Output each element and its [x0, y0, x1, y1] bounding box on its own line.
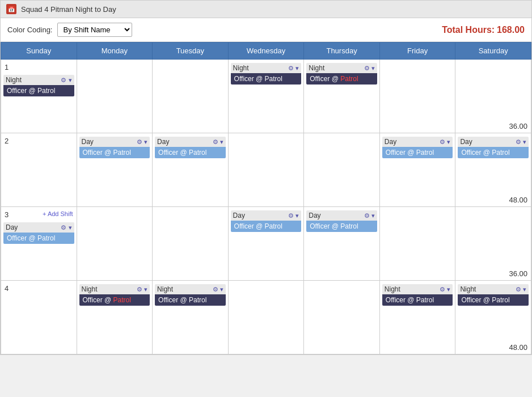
add-shift-button-week3[interactable]: + Add Shift [41, 209, 74, 218]
col-thursday: Thursday [304, 43, 380, 60]
calendar-icon: 📅 [6, 4, 16, 14]
toolbar: Color Coding: By Shift Name By Role By E… [1, 18, 531, 42]
total-hours-value: 168.00 [497, 25, 525, 35]
shift-card-week1-thursday: Night⚙ ▾Officer @ Patrol [306, 63, 377, 85]
shift-header-week2-monday: Day⚙ ▾ [79, 137, 150, 147]
shift-card-week4-monday: Night⚙ ▾Officer @ Patrol [79, 284, 150, 306]
shift-header-week4-tuesday: Night⚙ ▾ [155, 284, 226, 294]
shift-role-week4-monday: Officer @ Patrol [79, 294, 150, 306]
shift-gear-week4-friday[interactable]: ⚙ ▾ [440, 286, 450, 293]
shift-name-week4-saturday: Night [460, 285, 476, 293]
cell-week3-sunday: 3+ Add ShiftDay⚙ ▾Officer @ Patrol [1, 207, 77, 281]
week-row-2: 2Day⚙ ▾Officer @ PatrolDay⚙ ▾Officer @ P… [1, 133, 531, 207]
cell-week1-friday [379, 60, 455, 133]
shift-role-week2-tuesday: Officer @ Patrol [155, 147, 226, 158]
shift-card-week4-saturday: Night⚙ ▾Officer @ Patrol [458, 284, 529, 306]
cell-week4-saturday: Night⚙ ▾Officer @ Patrol48.00 [455, 281, 531, 354]
shift-gear-week2-tuesday[interactable]: ⚙ ▾ [213, 138, 223, 146]
shift-header-week4-friday: Night⚙ ▾ [382, 284, 453, 294]
shift-header-week2-tuesday: Day⚙ ▾ [155, 137, 226, 147]
shift-gear-week2-friday[interactable]: ⚙ ▾ [440, 138, 450, 146]
window-title: Squad 4 Pitman Night to Day [21, 5, 116, 14]
calendar-grid: Sunday Monday Tuesday Wednesday Thursday… [1, 42, 531, 354]
cell-week2-sunday: 2 [1, 133, 77, 207]
col-monday: Monday [77, 43, 153, 60]
week-hours-2: 48.00 [509, 196, 527, 204]
shift-role-week4-saturday: Officer @ Patrol [458, 294, 529, 306]
shift-gear-week1-wednesday[interactable]: ⚙ ▾ [288, 65, 299, 72]
shift-gear-week2-saturday[interactable]: ⚙ ▾ [516, 138, 526, 146]
cell-week2-saturday: Day⚙ ▾Officer @ Patrol48.00 [455, 133, 531, 207]
col-tuesday: Tuesday [153, 43, 229, 60]
shift-gear-week2-monday[interactable]: ⚙ ▾ [137, 138, 147, 146]
week-number-2: 2 [3, 136, 10, 147]
shift-role-week3-sunday: Officer @ Patrol [3, 233, 74, 244]
cell-week4-thursday [304, 281, 380, 354]
cell-week1-saturday: 36.00 [455, 60, 531, 133]
shift-role-week4-tuesday: Officer @ Patrol [155, 294, 226, 306]
shift-gear-week3-wednesday[interactable]: ⚙ ▾ [288, 212, 299, 219]
shift-card-week2-saturday: Day⚙ ▾Officer @ Patrol [458, 137, 529, 158]
cell-week1-tuesday [153, 60, 229, 133]
shift-header-week1-sunday: Night⚙ ▾ [3, 75, 74, 85]
shift-role-week4-friday: Officer @ Patrol [382, 294, 453, 306]
cell-week4-wednesday [228, 281, 304, 354]
shift-header-week3-thursday: Day⚙ ▾ [306, 210, 377, 221]
shift-gear-week1-thursday[interactable]: ⚙ ▾ [364, 65, 375, 72]
col-friday: Friday [379, 43, 455, 60]
cell-week2-wednesday [228, 133, 304, 207]
cell-week3-tuesday [153, 207, 229, 281]
shift-header-week4-saturday: Night⚙ ▾ [458, 284, 529, 294]
cell-week4-friday: Night⚙ ▾Officer @ Patrol [379, 281, 455, 354]
color-coding-label: Color Coding: [7, 26, 53, 34]
cell-week4-tuesday: Night⚙ ▾Officer @ Patrol [153, 281, 229, 354]
shift-name-week3-sunday: Day [6, 223, 18, 231]
shift-gear-week4-monday[interactable]: ⚙ ▾ [137, 286, 147, 293]
shift-gear-week4-saturday[interactable]: ⚙ ▾ [516, 286, 526, 293]
shift-name-week4-monday: Night [82, 285, 98, 293]
shift-name-week4-tuesday: Night [157, 285, 173, 293]
cell-week3-friday [379, 207, 455, 281]
shift-role-week2-monday: Officer @ Patrol [79, 147, 150, 158]
shift-gear-week3-sunday[interactable]: ⚙ ▾ [61, 224, 71, 231]
week-number-1: 1 [3, 62, 10, 74]
shift-gear-week3-thursday[interactable]: ⚙ ▾ [364, 212, 375, 219]
shift-name-week1-thursday: Night [309, 64, 324, 72]
week-number-4: 4 [3, 283, 10, 295]
shift-header-week2-saturday: Day⚙ ▾ [458, 137, 529, 147]
shift-card-week1-wednesday: Night⚙ ▾Officer @ Patrol [231, 63, 302, 85]
color-coding-select[interactable]: By Shift Name By Role By Employee [57, 23, 132, 37]
shift-header-week1-thursday: Night⚙ ▾ [306, 63, 377, 73]
shift-card-week3-wednesday: Day⚙ ▾Officer @ Patrol [231, 210, 302, 232]
week-row-4: 4Night⚙ ▾Officer @ PatrolNight⚙ ▾Officer… [1, 281, 531, 354]
shift-header-week2-friday: Day⚙ ▾ [382, 137, 453, 147]
cell-week1-sunday: 1Night⚙ ▾Officer @ Patrol [1, 60, 77, 133]
shift-name-week4-friday: Night [385, 285, 400, 293]
shift-name-week2-tuesday: Day [157, 138, 169, 146]
total-hours-label: Total Hours: [442, 25, 495, 35]
calendar-header-row: Sunday Monday Tuesday Wednesday Thursday… [1, 43, 531, 60]
week-number-3: 3 [3, 209, 10, 221]
col-wednesday: Wednesday [228, 43, 304, 60]
color-coding-section: Color Coding: By Shift Name By Role By E… [7, 23, 132, 37]
shift-card-week1-sunday: Night⚙ ▾Officer @ Patrol [3, 75, 74, 96]
shift-name-week2-monday: Day [82, 138, 94, 146]
shift-card-week2-monday: Day⚙ ▾Officer @ Patrol [79, 137, 150, 158]
shift-name-week1-wednesday: Night [233, 64, 249, 72]
shift-role-week2-saturday: Officer @ Patrol [458, 147, 529, 158]
shift-gear-week1-sunday[interactable]: ⚙ ▾ [61, 77, 71, 84]
cell-week1-monday [77, 60, 153, 133]
cell-week4-monday: Night⚙ ▾Officer @ Patrol [77, 281, 153, 354]
cell-week4-sunday: 4 [1, 281, 77, 354]
shift-card-week4-friday: Night⚙ ▾Officer @ Patrol [382, 284, 453, 306]
cell-week3-thursday: Day⚙ ▾Officer @ Patrol [304, 207, 380, 281]
title-bar: 📅 Squad 4 Pitman Night to Day [1, 1, 531, 18]
col-saturday: Saturday [455, 43, 531, 60]
shift-gear-week4-tuesday[interactable]: ⚙ ▾ [213, 286, 223, 293]
cell-week1-thursday: Night⚙ ▾Officer @ Patrol [304, 60, 380, 133]
shift-header-week1-wednesday: Night⚙ ▾ [231, 63, 302, 73]
cell-week2-tuesday: Day⚙ ▾Officer @ Patrol [153, 133, 229, 207]
shift-role-week2-friday: Officer @ Patrol [382, 147, 453, 158]
shift-name-week2-saturday: Day [460, 138, 472, 146]
cell-week3-wednesday: Day⚙ ▾Officer @ Patrol [228, 207, 304, 281]
